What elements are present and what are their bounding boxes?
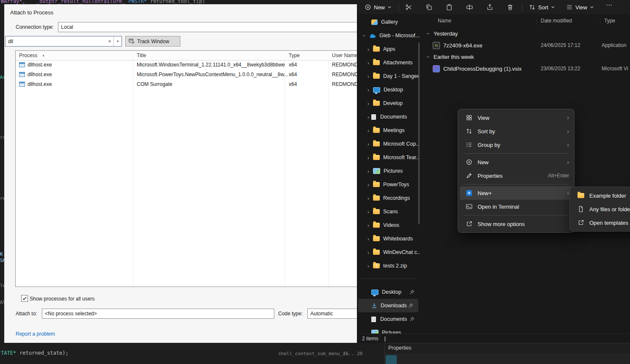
- chevron-collapsed-icon[interactable]: ›: [366, 223, 370, 228]
- sidebar-item-videos[interactable]: ›Videos: [357, 218, 420, 232]
- menu-item-new-plus[interactable]: New+ ›: [460, 186, 572, 200]
- properties-selected-item[interactable]: [386, 355, 397, 364]
- sidebar-item-onedrive[interactable]: › Gleb - Microsof...: [357, 29, 420, 42]
- chevron-collapsed-icon[interactable]: ›: [366, 60, 370, 66]
- new-button[interactable]: New: [361, 2, 395, 13]
- sidebar-item-day1[interactable]: ›Day 1 - Sangee...: [357, 69, 420, 83]
- sidebar-item-documents[interactable]: ›Documents: [357, 110, 420, 124]
- sidebar-item-gallery[interactable]: Gallery: [357, 15, 420, 29]
- sidebar-item-pictures[interactable]: ›Pictures: [357, 164, 420, 178]
- cut-button[interactable]: [402, 2, 415, 12]
- group-header-yesterday[interactable]: › Yesterday: [426, 28, 458, 39]
- plus-circle-icon: [466, 159, 472, 165]
- process-row[interactable]: dllhost.exe COM Surrogate x64 REDMOND: [16, 80, 357, 89]
- application-window-icon: [19, 62, 25, 67]
- menu-item-group-by[interactable]: Group by ›: [460, 138, 572, 152]
- sidebar-item-powertoys[interactable]: ›PowerToys: [357, 178, 420, 191]
- chevron-collapsed-icon[interactable]: ›: [366, 141, 370, 147]
- process-row[interactable]: dllhost.exe Microsoft.WindowsTerminal_1.…: [16, 60, 357, 70]
- sidebar-item-whiteboards[interactable]: ›Whiteboards: [357, 232, 420, 245]
- chevron-collapsed-icon[interactable]: ›: [366, 263, 370, 269]
- group-header-earlier-this-week[interactable]: › Earlier this week: [426, 52, 474, 62]
- code-type-dropdown[interactable]: Automatic: [307, 309, 357, 319]
- sidebar-item-meetings[interactable]: ›Meetings: [357, 124, 420, 137]
- sidebar-pinned-desktop[interactable]: Desktop: [357, 285, 420, 299]
- submenu-item-example-folder[interactable]: Example folder: [572, 189, 630, 202]
- menu-item-sort-by[interactable]: Sort by ›: [460, 124, 572, 138]
- column-header-user[interactable]: User Name: [332, 52, 357, 58]
- sort-button[interactable]: Sort: [525, 2, 558, 13]
- file-row-vsix[interactable]: ChildProcessDebugging (1).vsix: [433, 63, 522, 74]
- share-button[interactable]: [483, 2, 497, 12]
- chevron-collapsed-icon[interactable]: ›: [366, 236, 370, 242]
- rename-button[interactable]: [463, 2, 476, 12]
- chevron-collapsed-icon[interactable]: ›: [366, 128, 370, 133]
- chevron-collapsed-icon[interactable]: ›: [366, 182, 370, 188]
- attach-to-input[interactable]: [42, 310, 274, 317]
- folder-icon: [373, 101, 380, 106]
- file-row-7z[interactable]: 7z 7z2409-x64.exe: [433, 40, 483, 51]
- editor-code-line-top: WArray*,_outptr_result_nullonfailure_PWS…: [1, 0, 205, 4]
- editor-text-fragment: Ar: [0, 74, 4, 80]
- menu-item-view[interactable]: View ›: [460, 111, 572, 124]
- column-header-date-modified[interactable]: Date modified: [541, 18, 572, 24]
- chevron-collapsed-icon[interactable]: ›: [366, 101, 370, 106]
- sort-icon: [466, 128, 472, 135]
- sidebar-item-attachments[interactable]: ›Attachments: [357, 56, 420, 69]
- chevron-collapsed-icon[interactable]: ›: [366, 168, 370, 174]
- chevron-collapsed-icon[interactable]: ›: [366, 74, 370, 79]
- sidebar-pinned-downloads[interactable]: Downloads: [358, 299, 418, 312]
- menu-item-new[interactable]: New ›: [460, 155, 572, 169]
- chevron-expanded-icon[interactable]: ›: [426, 31, 431, 36]
- sidebar-item-scans[interactable]: ›Scans: [357, 205, 420, 218]
- chevron-collapsed-icon[interactable]: ›: [366, 87, 370, 93]
- menu-item-properties[interactable]: Properties Alt+Enter: [460, 169, 572, 182]
- show-all-users-checkbox[interactable]: [21, 295, 28, 302]
- chevron-collapsed-icon[interactable]: ›: [366, 250, 370, 255]
- copy-button[interactable]: [422, 2, 436, 12]
- filter-dropdown-icon[interactable]: ▾: [114, 39, 122, 43]
- chevron-collapsed-icon[interactable]: ›: [366, 47, 370, 52]
- shortcut-label: Alt+Enter: [548, 173, 569, 179]
- track-window-button[interactable]: Track Window: [125, 36, 180, 47]
- column-divider[interactable]: [600, 19, 600, 25]
- sidebar-item-desktop[interactable]: ›Desktop: [357, 83, 420, 97]
- submenu-item-any-files[interactable]: Any files or folde: [572, 202, 630, 216]
- sidebar-item-windevchat[interactable]: ›WinDevChat c...: [357, 245, 420, 259]
- chevron-collapsed-icon[interactable]: ›: [366, 155, 370, 160]
- sidebar-scrollbar[interactable]: [418, 42, 420, 224]
- paste-button[interactable]: [442, 2, 456, 12]
- process-filter-input[interactable]: [6, 38, 106, 45]
- column-divider[interactable]: [536, 19, 537, 25]
- chevron-collapsed-icon[interactable]: ›: [366, 114, 370, 120]
- delete-button[interactable]: [503, 2, 517, 12]
- clear-filter-icon[interactable]: ×: [106, 38, 113, 44]
- column-header-process[interactable]: Process: [19, 52, 37, 58]
- view-button[interactable]: View: [563, 2, 597, 13]
- chevron-expanded-icon[interactable]: ›: [362, 33, 367, 38]
- see-more-button[interactable]: ⋯: [606, 1, 612, 9]
- application-window-icon: [19, 72, 25, 77]
- menu-item-open-in-terminal[interactable]: Open in Terminal: [460, 200, 572, 213]
- sidebar-item-tests-zip[interactable]: ›tests 2.zip: [357, 259, 420, 273]
- sidebar-item-microsoft-teams[interactable]: ›Microsoft Tear...: [357, 151, 420, 164]
- submenu-item-open-templates[interactable]: Open templates: [572, 216, 630, 229]
- report-a-problem-link[interactable]: Report a problem: [16, 331, 55, 337]
- sidebar-item-recordings[interactable]: ›Recordings: [357, 191, 420, 205]
- column-header-title[interactable]: Title: [137, 52, 146, 58]
- column-header-name[interactable]: Name: [438, 18, 451, 24]
- chevron-collapsed-icon[interactable]: ›: [366, 209, 370, 215]
- chevron-collapsed-icon[interactable]: ›: [366, 196, 370, 201]
- column-header-type[interactable]: Type: [604, 18, 615, 24]
- column-header-type[interactable]: Type: [289, 52, 300, 58]
- connection-type-dropdown[interactable]: Local: [58, 22, 357, 32]
- table-header: Process ▲ Title Type User Name: [16, 51, 357, 61]
- sidebar-pinned-documents[interactable]: Documents: [357, 312, 420, 326]
- sidebar-item-develop[interactable]: ›Develop: [357, 97, 420, 110]
- chevron-expanded-icon[interactable]: ›: [426, 55, 431, 59]
- sidebar-item-microsoft-copilot[interactable]: ›Microsoft Cop...: [357, 137, 420, 151]
- process-filter-box: × ▾: [5, 36, 122, 47]
- menu-item-show-more-options[interactable]: Show more options: [460, 217, 572, 231]
- process-row[interactable]: dllhost.exe Microsoft.PowerToys.NewPlusC…: [16, 70, 357, 80]
- sidebar-item-apps[interactable]: ›Apps: [357, 42, 420, 56]
